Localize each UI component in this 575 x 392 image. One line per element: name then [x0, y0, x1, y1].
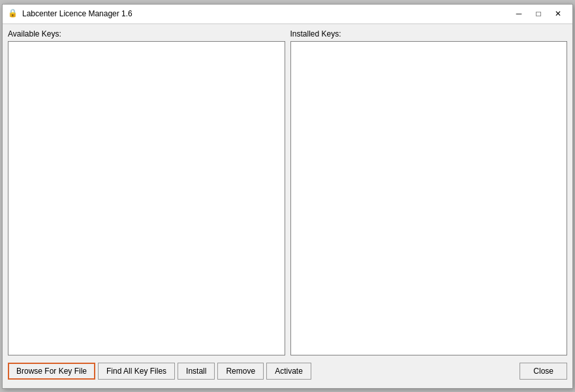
window-controls: ─ □ ✕	[510, 7, 567, 21]
installed-keys-label: Installed Keys:	[290, 29, 568, 38]
title-bar: 🔒 Labcenter Licence Manager 1.6 ─ □ ✕	[3, 5, 572, 24]
panels-container: Available Keys: Installed Keys:	[8, 29, 567, 355]
available-keys-label: Available Keys:	[8, 29, 285, 38]
installed-keys-panel: Installed Keys:	[290, 29, 568, 355]
content-area: Available Keys: Installed Keys: Browse F…	[3, 24, 572, 388]
maximize-button[interactable]: □	[529, 7, 548, 21]
activate-button[interactable]: Activate	[266, 363, 311, 380]
minimize-button[interactable]: ─	[510, 7, 528, 21]
app-icon: 🔒	[8, 8, 18, 19]
close-button[interactable]: Close	[520, 363, 567, 380]
installed-keys-list[interactable]	[290, 41, 568, 355]
available-keys-panel: Available Keys:	[8, 29, 285, 355]
window-title: Labcenter Licence Manager 1.6	[22, 9, 510, 18]
button-bar: Browse For Key File Find All Key Files I…	[8, 359, 567, 383]
install-button[interactable]: Install	[178, 363, 215, 380]
remove-button[interactable]: Remove	[217, 363, 264, 380]
main-window: 🔒 Labcenter Licence Manager 1.6 ─ □ ✕ Av…	[2, 4, 573, 389]
close-window-button[interactable]: ✕	[549, 7, 567, 21]
browse-key-file-button[interactable]: Browse For Key File	[8, 363, 95, 380]
find-all-key-files-button[interactable]: Find All Key Files	[98, 363, 175, 380]
available-keys-list[interactable]	[8, 41, 285, 355]
